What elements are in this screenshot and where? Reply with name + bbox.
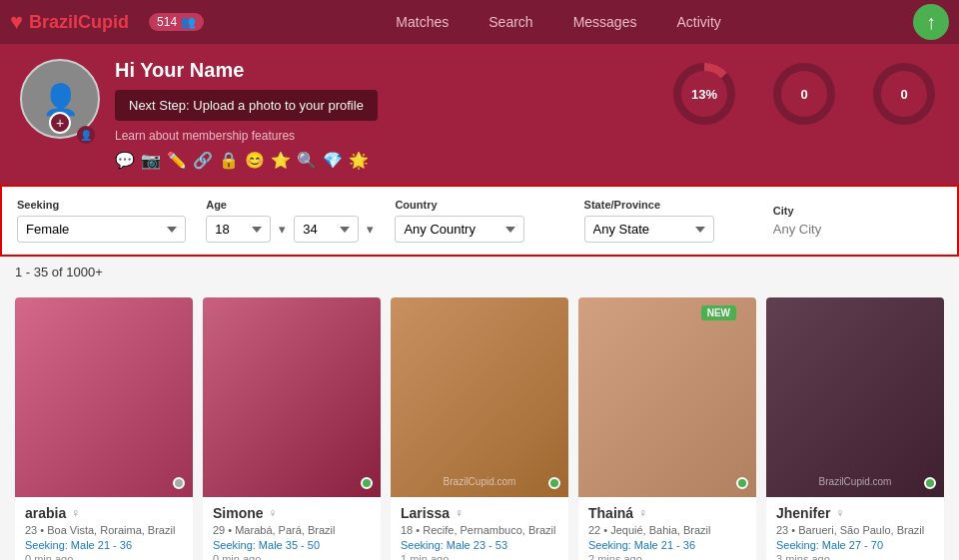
matches-stat: 0	[769, 59, 839, 129]
profile-card[interactable]: BrazilCupid.com Jhenifer ♀ 23 • Barueri,…	[766, 297, 944, 560]
city-input[interactable]	[773, 222, 873, 237]
card-seeking: Seeking: Male 35 - 50	[213, 539, 371, 551]
age-range: 18 1920212530 ▾ 182430 34 40506070 ▾	[206, 216, 375, 243]
card-image: BrazilCupid.com	[766, 297, 944, 497]
photo-icon: 📷	[141, 151, 161, 170]
ring-container: 13%	[669, 59, 739, 129]
sparkle-icon: 🌟	[349, 151, 369, 170]
results-count: 1 - 35 of 1000+	[0, 257, 959, 287]
membership-link[interactable]: Learn about membership features	[115, 129, 654, 143]
card-image: BrazilCupid.com	[391, 297, 568, 497]
card-location: 29 • Marabá, Pará, Brazil	[213, 524, 371, 536]
star-icon: ⭐	[271, 151, 291, 170]
edit-icon: ✏️	[167, 151, 187, 170]
add-photo-icon[interactable]: +	[49, 112, 71, 134]
gender-icon: ♀	[835, 506, 844, 520]
nav-search[interactable]: Search	[488, 14, 532, 30]
offline-indicator	[173, 477, 185, 489]
upload-button[interactable]: ↑	[913, 4, 949, 40]
state-select[interactable]: Any State	[584, 216, 714, 243]
age-min-select[interactable]: 18 1920212530	[206, 216, 271, 243]
nav-activity[interactable]: Activity	[676, 14, 720, 30]
card-body: Larissa ♀ 18 • Recife, Pernambuco, Brazi…	[391, 497, 568, 560]
notification-badge[interactable]: 514 👥	[149, 13, 204, 31]
card-name: arabia ♀	[25, 505, 183, 521]
state-label: State/Province	[584, 199, 753, 211]
search-filter: Seeking Female Male Couple Transgender A…	[0, 185, 959, 257]
card-location: 23 • Boa Vista, Roraima, Brazil	[25, 524, 183, 536]
seeking-select[interactable]: Female Male Couple Transgender	[17, 216, 186, 243]
online-indicator	[548, 477, 560, 489]
card-body: arabia ♀ 23 • Boa Vista, Roraima, Brazil…	[15, 497, 193, 560]
lock-icon: 🔒	[219, 151, 239, 170]
card-location: 22 • Jequié, Bahia, Brazil	[588, 524, 746, 536]
ring-label-0b: 0	[900, 87, 907, 102]
heart-icon: ♥	[10, 9, 23, 35]
card-seeking: Seeking: Male 21 - 36	[588, 539, 746, 551]
profile-stats: 13% 0 0	[669, 59, 939, 129]
seeking-label: Seeking	[17, 199, 186, 211]
city-filter: City	[773, 205, 942, 237]
card-time: 1 min ago	[401, 553, 558, 560]
country-label: Country	[395, 199, 563, 211]
card-seeking: Seeking: Male 27 - 70	[776, 539, 934, 551]
card-body: Simone ♀ 29 • Marabá, Pará, Brazil Seeki…	[203, 497, 381, 560]
ring-label-0a: 0	[800, 87, 807, 102]
gender-icon: ♀	[71, 506, 80, 520]
logo-accent: Cupid	[78, 12, 129, 32]
badge-count: 514	[157, 15, 177, 29]
country-select[interactable]: Any Country Brazil	[395, 216, 524, 243]
card-image	[15, 297, 193, 497]
feature-icons: 💬 📷 ✏️ 🔗 🔒 😊 ⭐ 🔍 💎 🌟	[115, 151, 654, 170]
age-max-select[interactable]: 182430 34 40506070	[294, 216, 359, 243]
card-time: 3 mins ago	[776, 553, 934, 560]
logo-text: BrazilCupid	[29, 12, 129, 33]
card-time: 0 min ago	[213, 553, 371, 560]
card-location: 23 • Barueri, São Paulo, Brazil	[776, 524, 934, 536]
chat-icon: 💬	[115, 151, 135, 170]
completion-stat: 13%	[669, 59, 739, 129]
link-icon: 🔗	[193, 151, 213, 170]
search-icon: 🔍	[297, 151, 317, 170]
card-image: NEW	[578, 297, 756, 497]
gender-icon: ♀	[638, 506, 647, 520]
profile-card[interactable]: Simone ♀ 29 • Marabá, Pará, Brazil Seeki…	[203, 297, 381, 560]
ring-container-2: 0	[769, 59, 839, 129]
nav-messages[interactable]: Messages	[573, 14, 637, 30]
diamond-icon: 💎	[323, 151, 343, 170]
card-body: Thainá ♀ 22 • Jequié, Bahia, Brazil Seek…	[578, 497, 756, 560]
next-step-button[interactable]: Next Step: Upload a photo to your profil…	[115, 90, 378, 121]
gender-icon: ♀	[455, 506, 464, 520]
profile-card[interactable]: NEW Thainá ♀ 22 • Jequié, Bahia, Brazil …	[578, 297, 756, 560]
profile-greeting: Hi Your Name	[115, 59, 654, 82]
age-separator: ▾	[279, 222, 286, 237]
card-time: 2 mins ago	[588, 553, 746, 560]
age-label: Age	[206, 199, 375, 211]
profile-card[interactable]: arabia ♀ 23 • Boa Vista, Roraima, Brazil…	[15, 297, 193, 560]
card-body: Jhenifer ♀ 23 • Barueri, São Paulo, Braz…	[766, 497, 944, 560]
results-count-text: 1 - 35 of 1000+	[15, 265, 103, 280]
card-image	[203, 297, 381, 497]
card-seeking: Seeking: Male 23 - 53	[401, 539, 558, 551]
avatar-wrapper: 👤 + 👤	[20, 59, 100, 139]
nav-links: Matches Search Messages Activity	[224, 14, 893, 30]
online-indicator	[736, 477, 748, 489]
user-indicator-icon: 👤	[77, 126, 95, 144]
state-filter: State/Province Any State	[584, 199, 753, 243]
card-name: Jhenifer ♀	[776, 505, 934, 521]
age-filter: Age 18 1920212530 ▾ 182430 34 40506070 ▾	[206, 199, 375, 243]
messages-stat: 0	[869, 59, 939, 129]
logo: ♥ BrazilCupid	[10, 9, 129, 35]
card-name: Larissa ♀	[401, 505, 558, 521]
profile-card[interactable]: BrazilCupid.com Larissa ♀ 18 • Recife, P…	[391, 297, 568, 560]
city-label: City	[773, 205, 942, 217]
card-name: Thainá ♀	[588, 505, 746, 521]
header: ♥ BrazilCupid 514 👥 Matches Search Messa…	[0, 0, 959, 44]
new-badge: NEW	[701, 305, 736, 320]
users-icon: 👥	[181, 15, 196, 29]
seeking-filter: Seeking Female Male Couple Transgender	[17, 199, 186, 243]
nav-matches[interactable]: Matches	[396, 14, 449, 30]
cards-grid: arabia ♀ 23 • Boa Vista, Roraima, Brazil…	[0, 287, 959, 560]
card-location: 18 • Recife, Pernambuco, Brazil	[401, 524, 558, 536]
card-time: 0 min ago	[25, 553, 183, 560]
